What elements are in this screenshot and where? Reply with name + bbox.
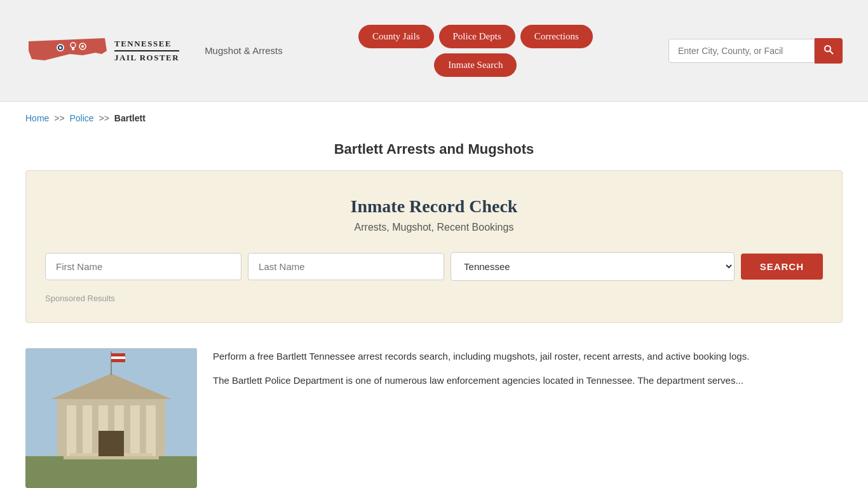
city-search-input[interactable] <box>668 39 815 63</box>
content-text: Perform a free Bartlett Tennessee arrest… <box>213 348 843 396</box>
svg-rect-11 <box>25 456 197 488</box>
logo-brand-name: TENNESSEE <box>114 38 179 50</box>
record-check-box: Inmate Record Check Arrests, Mugshot, Re… <box>25 170 843 323</box>
header: TENNESSEE JAIL ROSTER Mugshot & Arrests … <box>0 0 868 102</box>
nav-row-top: County Jails Police Depts Corrections <box>358 25 593 48</box>
breadcrumb-home[interactable]: Home <box>25 113 49 123</box>
svg-rect-27 <box>111 359 125 362</box>
logo-area: TENNESSEE JAIL ROSTER Mugshot & Arrests <box>25 29 283 73</box>
svg-rect-14 <box>83 405 92 456</box>
page-title-area: Bartlett Arrests and Mugshots <box>0 135 868 170</box>
svg-rect-18 <box>146 405 156 456</box>
svg-point-3 <box>59 46 62 49</box>
record-check-subtitle: Arrests, Mugshot, Recent Bookings <box>45 222 823 233</box>
svg-rect-25 <box>111 353 125 356</box>
county-jails-button[interactable]: County Jails <box>358 25 434 48</box>
svg-rect-13 <box>67 405 76 456</box>
breadcrumb: Home >> Police >> Bartlett <box>25 113 843 123</box>
content-area: Perform a free Bartlett Tennessee arrest… <box>0 342 868 488</box>
inmate-search-button[interactable]: Inmate Search <box>434 53 517 77</box>
content-paragraph-2: The Bartlett Police Department is one of… <box>213 372 843 389</box>
search-icon <box>824 44 834 55</box>
sponsored-label: Sponsored Results <box>45 294 823 303</box>
corrections-button[interactable]: Corrections <box>520 25 593 48</box>
police-depts-button[interactable]: Police Depts <box>439 25 515 48</box>
last-name-input[interactable] <box>248 253 444 280</box>
svg-rect-22 <box>98 431 124 456</box>
content-paragraph-1: Perform a free Bartlett Tennessee arrest… <box>213 348 843 365</box>
svg-point-5 <box>81 45 84 48</box>
building-image <box>25 348 197 488</box>
svg-rect-26 <box>111 356 125 359</box>
state-select[interactable]: Tennessee Alabama Arkansas Georgia Kentu… <box>451 252 735 281</box>
svg-point-8 <box>825 46 831 51</box>
logo-brand-sub: JAIL ROSTER <box>114 50 179 63</box>
first-name-input[interactable] <box>45 253 241 280</box>
mugshot-label: Mugshot & Arrests <box>205 45 283 56</box>
svg-marker-0 <box>29 38 107 60</box>
svg-rect-21 <box>64 456 159 459</box>
breadcrumb-current: Bartlett <box>114 113 146 123</box>
record-check-title: Inmate Record Check <box>45 196 823 217</box>
logo-brand: TENNESSEE JAIL ROSTER <box>114 38 179 62</box>
svg-rect-7 <box>72 47 74 50</box>
search-record-button[interactable]: SEARCH <box>741 254 823 280</box>
tn-map-icon <box>25 29 108 73</box>
building-icon <box>25 348 197 488</box>
record-check-form: Tennessee Alabama Arkansas Georgia Kentu… <box>45 252 823 281</box>
city-search-button[interactable] <box>815 38 843 64</box>
nav-row-bottom: Inmate Search <box>434 53 517 77</box>
breadcrumb-sep1: >> <box>54 113 64 123</box>
breadcrumb-police[interactable]: Police <box>70 113 94 123</box>
breadcrumb-sep2: >> <box>99 113 109 123</box>
nav-area: County Jails Police Depts Corrections In… <box>358 25 593 77</box>
header-search-area <box>668 38 843 64</box>
breadcrumb-bar: Home >> Police >> Bartlett <box>0 102 868 135</box>
svg-line-9 <box>830 51 833 54</box>
page-title: Bartlett Arrests and Mugshots <box>25 141 843 158</box>
svg-rect-17 <box>130 405 140 456</box>
